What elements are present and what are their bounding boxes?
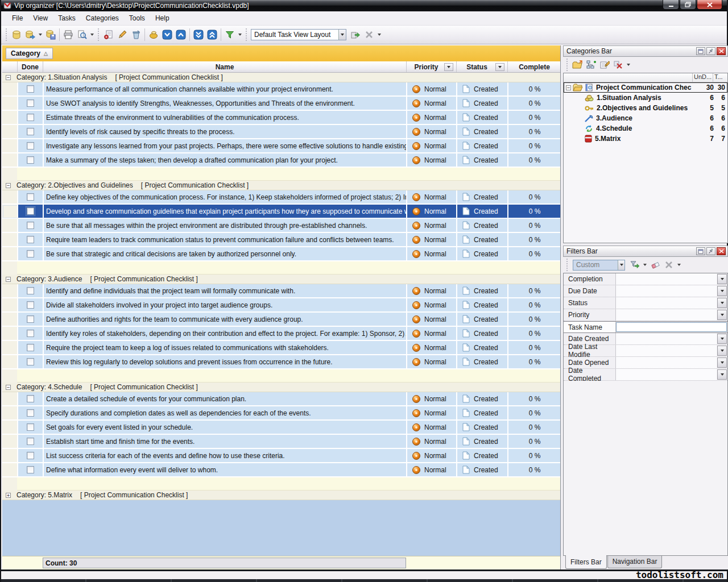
print-preview-dropdown-icon[interactable] [90,34,94,36]
toolbar-gripper[interactable] [97,28,100,41]
layout-combobox[interactable]: Default Task View Layout [251,29,346,40]
filter-value-input[interactable] [616,333,717,344]
category-group-header[interactable]: −Category: 2.Objectives and Guidelines[ … [2,181,560,190]
filter-dropdown-icon[interactable] [717,369,727,380]
done-checkbox[interactable] [27,222,34,229]
group-by-category-button[interactable]: Category △ [6,48,53,59]
new-task-icon[interactable] [102,28,115,41]
done-checkbox[interactable] [27,358,34,365]
pin-icon[interactable] [706,247,715,255]
filter-preset-dropdown-icon[interactable] [618,260,624,270]
column-header-name[interactable]: Name [43,61,406,72]
toolbar-gripper[interactable] [566,59,569,71]
task-row[interactable]: Review this log regularly to develop sol… [2,355,560,369]
filter-value-input[interactable] [616,357,717,368]
done-checkbox[interactable] [27,409,34,417]
filter-dropdown-icon[interactable] [717,298,727,308]
filter-preset-combobox[interactable]: Custom [573,260,625,271]
done-checkbox[interactable] [27,315,34,323]
panel-close-icon[interactable] [717,247,726,255]
apply-filter-icon[interactable] [628,258,642,272]
minimize-button[interactable] [663,0,679,10]
categories-toolbar-dropdown-icon[interactable] [627,64,630,66]
move-bottom-icon[interactable] [192,28,205,41]
done-checkbox[interactable] [27,301,34,309]
task-row[interactable]: Estimate threats of the environment to v… [2,111,560,125]
done-checkbox[interactable] [27,250,34,257]
done-checkbox[interactable] [27,193,34,201]
filter-dropdown-icon[interactable] [717,346,727,356]
category-group-header[interactable]: −Category: 1.Situation Analysis[ Project… [2,73,560,82]
edit-task-icon[interactable] [115,28,129,41]
task-row[interactable]: Create a detailed schedule of events for… [2,392,560,406]
column-header-priority[interactable]: Priority [406,61,456,72]
tree-item-category[interactable]: 5.Matrix77 [564,134,727,144]
tree-column-total[interactable]: T... [713,73,727,82]
tab-navigation-bar[interactable]: Navigation Bar [607,556,663,568]
filter-dropdown-icon[interactable] [717,310,727,320]
column-header-complete[interactable]: Complete [507,61,561,72]
layout-dropdown-icon[interactable] [378,34,381,36]
delete-task-icon[interactable] [129,28,143,41]
category-group-header[interactable]: −Category: 3.Audience[ Project Communica… [2,275,560,284]
save-layout-icon[interactable] [349,28,362,41]
task-row[interactable]: Require the project team to keep a log o… [2,341,560,355]
save-database-icon[interactable] [44,28,57,41]
column-header-status[interactable]: Status [456,61,507,72]
task-row[interactable]: Develop and share communication guidelin… [2,205,560,219]
filter-dropdown-icon[interactable] [717,357,727,368]
restore-button[interactable] [680,0,696,10]
close-button[interactable] [697,0,722,10]
task-row[interactable]: Establish start time and finish time for… [2,435,560,449]
collapse-icon[interactable]: − [6,385,11,390]
tree-item-category[interactable]: 3.Audience66 [564,113,727,123]
new-subcategory-icon[interactable] [584,58,598,72]
pin-icon[interactable] [706,47,715,55]
task-row[interactable]: Define key objectives of the communicati… [2,190,560,205]
filter-value-input[interactable] [616,322,727,332]
task-row[interactable]: Be sure that all messages within the pro… [2,219,560,233]
task-row[interactable]: Identify key roles of stakeholders, depe… [2,327,560,341]
done-checkbox[interactable] [27,114,34,121]
open-database-dropdown-icon[interactable] [39,34,42,36]
tree-item-category[interactable]: 2.Objectives and Guidelines55 [564,103,727,113]
done-checkbox[interactable] [27,156,34,164]
toolbar-gripper[interactable] [245,28,248,41]
filter-value-input[interactable] [616,273,717,285]
tree-item-category[interactable]: 4.Schedule66 [564,123,727,134]
task-row[interactable]: Be sure that strategic and critical deci… [2,247,560,261]
panel-restore-icon[interactable] [696,47,705,55]
toolbar-gripper[interactable] [5,28,8,41]
task-row[interactable]: Set goals for every event listed in your… [2,421,560,435]
menu-item-tasks[interactable]: Tasks [53,13,81,24]
move-top-icon[interactable] [205,28,219,41]
task-row[interactable]: Use SWOT analysis to identify Strengths,… [2,97,560,111]
done-checkbox[interactable] [27,466,34,473]
filter-value-input[interactable] [616,369,717,380]
clear-filter-icon[interactable] [648,258,662,272]
filter-value-input[interactable] [616,285,717,297]
done-checkbox[interactable] [27,99,34,107]
priority-filter-icon[interactable] [444,63,453,71]
menu-item-view[interactable]: View [28,13,53,24]
move-down-icon[interactable] [160,28,174,41]
apply-filter-dropdown-icon[interactable] [643,264,647,266]
done-checkbox[interactable] [27,236,34,243]
done-checkbox[interactable] [27,330,34,337]
menu-item-file[interactable]: File [7,13,28,24]
new-database-icon[interactable] [10,28,23,41]
tree-item-root[interactable]: −Project Communication Chec3030 [564,82,727,93]
column-header-done[interactable]: Done [17,61,43,72]
collapse-icon[interactable]: − [6,183,11,188]
task-row[interactable]: Measure performance of all communication… [2,82,560,97]
delete-layout-icon[interactable] [362,28,376,41]
filter-icon[interactable] [223,28,237,41]
filter-dropdown-icon[interactable] [238,34,242,36]
complete-task-icon[interactable] [147,28,160,41]
done-checkbox[interactable] [27,438,34,445]
task-row[interactable]: Make a summary of the steps taken; then … [2,153,560,168]
done-checkbox[interactable] [27,85,34,93]
task-row[interactable]: Specify durations and completion dates a… [2,406,560,421]
collapse-icon[interactable]: − [566,85,571,90]
done-checkbox[interactable] [27,287,34,294]
